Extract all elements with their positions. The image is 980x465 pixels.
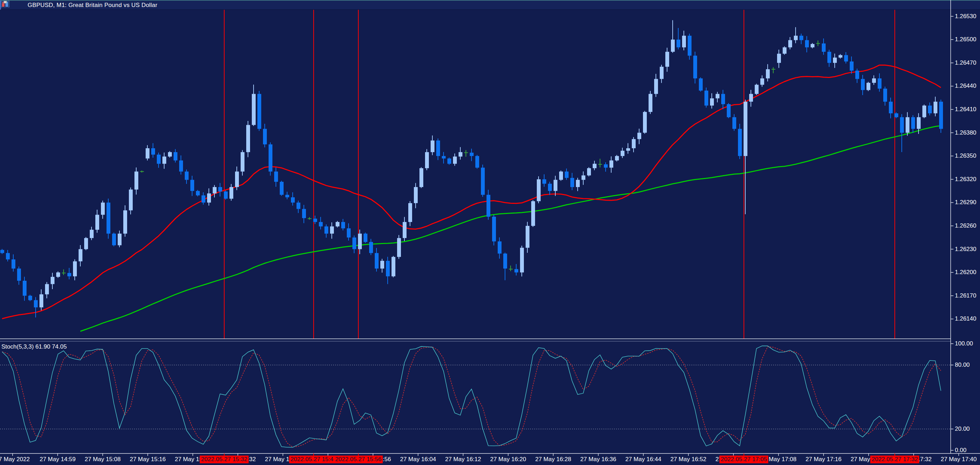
- price-axis-label: 1.26350: [955, 152, 976, 160]
- bull-candle-body: [923, 105, 926, 117]
- bear-candle-body: [805, 40, 809, 48]
- bear-candle-body: [732, 117, 736, 129]
- time-axis-label: 27 May 2022: [0, 456, 30, 463]
- bull-candle-body: [671, 40, 675, 52]
- bull-candle-body: [408, 203, 412, 222]
- bull-candle-body: [162, 157, 166, 164]
- price-axis-label: 1.26200: [955, 269, 976, 276]
- bull-candle-body: [660, 67, 663, 79]
- bull-candle-body: [743, 102, 748, 156]
- time-axis-label: 27 May 14:59: [40, 456, 75, 463]
- bear-candle-body: [688, 36, 692, 56]
- bull-candle-body: [682, 36, 686, 47]
- bull-candle-body: [40, 294, 43, 307]
- bear-candle-body: [487, 195, 490, 217]
- time-axis-label: 27 May 16:04: [400, 456, 436, 463]
- bear-candle-body: [844, 55, 848, 62]
- bear-candle-body: [341, 222, 345, 228]
- bull-candle-body: [246, 125, 250, 152]
- bull-candle-body: [453, 157, 457, 164]
- bear-candle-body: [269, 144, 272, 172]
- bull-candle-body: [526, 226, 530, 248]
- bear-candle-body: [179, 160, 183, 172]
- bull-candle-body: [609, 160, 613, 168]
- bear-candle-body: [112, 233, 116, 245]
- bear-candle-body: [676, 40, 680, 47]
- bear-candle-body: [263, 129, 267, 144]
- bull-candle-body: [458, 152, 462, 157]
- bear-candle-body: [850, 62, 854, 70]
- time-axis-label: 27 May 15:08: [84, 456, 121, 463]
- bull-candle-body: [330, 227, 334, 234]
- bull-candle-body: [336, 222, 339, 227]
- bear-candle-body: [107, 203, 110, 233]
- stoch-axis-label: 80.00: [955, 361, 970, 369]
- bull-candle-body: [872, 78, 876, 83]
- bull-candle-body: [213, 187, 216, 193]
- vline-time-label: 2022.05.27 15:32: [200, 455, 249, 463]
- bull-candle-body: [559, 172, 563, 180]
- bull-candle-body: [755, 85, 759, 94]
- bull-candle-body: [654, 79, 658, 94]
- bear-candle-body: [900, 117, 904, 133]
- bear-candle-body: [475, 156, 479, 168]
- bear-candle-body: [799, 36, 803, 40]
- bear-candle-body: [224, 192, 228, 199]
- bull-candle-body: [391, 257, 395, 276]
- bear-candle-body: [565, 172, 569, 178]
- bull-candle-body: [73, 261, 77, 276]
- price-axis-label: 1.26260: [955, 222, 976, 229]
- bull-candle-body: [252, 94, 256, 125]
- price-axis-label: 1.26170: [955, 292, 976, 299]
- bull-candle-body: [593, 164, 597, 168]
- bull-candle-body: [576, 180, 580, 187]
- bull-candle-body: [766, 69, 770, 78]
- bear-candle-body: [352, 237, 356, 249]
- bull-candle-body: [643, 112, 647, 133]
- bull-candle-body: [582, 176, 585, 180]
- bear-candle-body: [436, 141, 440, 156]
- price-axis-label: 1.26440: [955, 83, 976, 89]
- bull-candle-body: [358, 233, 362, 249]
- bull-candle-body: [146, 148, 150, 158]
- bear-candle-body: [822, 43, 826, 52]
- bear-candle-body: [6, 253, 10, 259]
- bear-candle-body: [23, 281, 27, 296]
- bear-candle-body: [470, 153, 474, 156]
- stoch-axis-label: 0.00: [955, 447, 966, 454]
- bull-candle-body: [414, 187, 418, 203]
- bull-candle-body: [402, 222, 407, 238]
- price-axis-label: 1.26230: [955, 246, 976, 253]
- bear-candle-body: [498, 241, 501, 254]
- price-axis-label: 1.26410: [955, 106, 976, 113]
- bear-candle-body: [302, 209, 306, 218]
- stoch-main-line: [2, 346, 941, 447]
- bear-candle-body: [604, 164, 608, 168]
- bull-candle-body: [626, 148, 630, 151]
- bear-candle-body: [375, 253, 379, 268]
- bear-candle-body: [0, 250, 4, 253]
- price-axis-label: 1.26380: [955, 129, 976, 136]
- bear-candle-body: [738, 129, 742, 156]
- bear-candle-body: [911, 117, 915, 129]
- bull-candle-body: [431, 141, 434, 152]
- bear-candle-body: [542, 179, 546, 184]
- price-and-stoch-plot[interactable]: [0, 0, 980, 465]
- chart-area[interactable]: 1.265301.265001.264701.264401.264101.263…: [0, 0, 980, 465]
- trading-terminal-window: GBPUSD, M1: Great Britain Pound vs US Do…: [0, 0, 980, 465]
- bear-candle-body: [151, 148, 155, 155]
- bear-candle-body: [280, 182, 283, 195]
- bear-candle-body: [386, 261, 390, 276]
- bear-candle-body: [17, 268, 21, 281]
- bull-candle-body: [207, 193, 211, 203]
- bear-candle-body: [202, 195, 205, 203]
- bull-candle-body: [123, 211, 127, 234]
- bull-candle-body: [934, 102, 937, 113]
- price-axis-label: 1.26290: [955, 199, 976, 206]
- bear-candle-body: [894, 113, 898, 117]
- bull-candle-body: [425, 152, 429, 168]
- bull-candle-body: [838, 55, 842, 58]
- bear-candle-body: [721, 94, 725, 104]
- bull-candle-body: [615, 156, 619, 160]
- bear-candle-body: [481, 168, 485, 195]
